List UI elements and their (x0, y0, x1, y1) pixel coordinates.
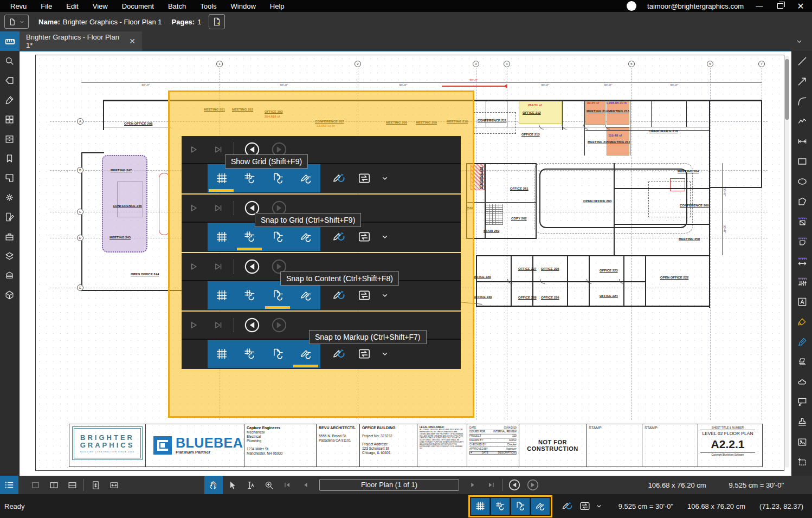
previous-view-button[interactable] (243, 316, 261, 334)
pen-icon[interactable] (792, 332, 812, 352)
stamp-icon[interactable] (792, 412, 812, 432)
snap-markup-reapply-icon[interactable] (559, 497, 576, 515)
signature-icon[interactable] (0, 90, 20, 109)
pan-button[interactable] (204, 476, 223, 494)
show-grid-button[interactable] (208, 223, 236, 251)
skip-button[interactable] (213, 320, 224, 331)
next-view-button[interactable] (524, 476, 542, 494)
measure-length-icon[interactable] (792, 251, 812, 271)
menu-item[interactable]: View (86, 2, 115, 10)
minimize-button[interactable]: — (755, 2, 764, 10)
previous-view-button[interactable] (505, 476, 524, 494)
synchronize-views-button[interactable] (352, 283, 377, 308)
next-page-button[interactable] (463, 476, 482, 494)
arrow-tool-icon[interactable] (792, 71, 812, 91)
scrollbar-thumb[interactable] (785, 59, 789, 120)
snap-to-grid-button[interactable] (491, 498, 510, 515)
snap-to-grid-button[interactable] (236, 281, 264, 309)
menu-item[interactable]: Batch (161, 2, 193, 10)
snap-markup-reapply-icon[interactable] (327, 283, 352, 308)
measurements-panel-button[interactable] (0, 31, 20, 51)
chevron-down-icon[interactable] (377, 341, 393, 366)
new-page-button[interactable] (209, 14, 225, 29)
menu-item[interactable]: Help (263, 2, 292, 10)
first-page-button[interactable] (278, 476, 297, 494)
rectangle-tool-icon[interactable] (792, 151, 812, 171)
highlighter-icon[interactable] (792, 312, 812, 332)
select-text-button[interactable] (241, 476, 260, 494)
snapshot-icon[interactable] (792, 452, 812, 472)
show-grid-button[interactable] (208, 340, 236, 368)
play-button[interactable] (188, 203, 199, 213)
snap-markup-reapply-icon[interactable] (327, 224, 352, 249)
menu-item[interactable]: Window (224, 2, 263, 10)
document-dropdown[interactable] (4, 15, 29, 29)
snap-to-content-button[interactable] (264, 340, 292, 368)
play-button[interactable] (188, 261, 199, 272)
layers-icon[interactable] (0, 246, 20, 266)
snap-to-grid-button[interactable] (236, 340, 264, 368)
snap-markup-reapply-icon[interactable] (327, 166, 352, 191)
ellipse-tool-icon[interactable] (792, 171, 812, 191)
show-grid-button[interactable] (471, 498, 489, 515)
markup-list-button[interactable] (0, 476, 18, 494)
chevron-down-icon[interactable] (377, 224, 393, 249)
chevron-down-icon[interactable] (594, 497, 604, 515)
bookmarks-icon[interactable] (0, 148, 20, 168)
previous-page-button[interactable] (297, 476, 315, 494)
synchronize-views-button[interactable] (352, 224, 377, 249)
polyline-tool-icon[interactable] (792, 111, 812, 131)
tab-list-chevron-icon[interactable] (795, 37, 812, 46)
image-icon[interactable] (792, 432, 812, 452)
select-button[interactable] (223, 476, 241, 494)
drawing-canvas[interactable]: 1234567 ABCDE 30'-0"30'-0"30'-0"30'-0"30… (20, 51, 791, 476)
split-horizontal-button[interactable] (63, 476, 81, 494)
page-field[interactable]: Floor Plan (1 of 1) (319, 479, 459, 491)
previous-view-button[interactable] (243, 257, 261, 276)
properties-icon[interactable] (0, 187, 20, 207)
next-view-button[interactable] (270, 316, 288, 334)
menu-item[interactable]: Document (115, 2, 161, 10)
menu-item[interactable]: Tools (193, 2, 223, 10)
chevron-down-icon[interactable] (377, 283, 393, 308)
skip-button[interactable] (213, 144, 224, 155)
callout-icon[interactable] (792, 392, 812, 412)
measure-area-icon[interactable] (792, 211, 812, 231)
synchronize-views-button[interactable] (352, 341, 377, 366)
skip-button[interactable] (213, 203, 224, 213)
fit-width-button[interactable] (105, 476, 123, 494)
fit-page-button[interactable] (86, 476, 105, 494)
tool-chest-icon[interactable] (0, 226, 20, 246)
thumbnails-icon[interactable] (0, 109, 20, 129)
show-grid-button[interactable] (208, 281, 236, 309)
tab-close-icon[interactable]: ✕ (124, 37, 136, 46)
split-vertical-button[interactable] (44, 476, 63, 494)
chevron-down-icon[interactable] (377, 166, 393, 191)
menu-item[interactable]: File (34, 2, 59, 10)
arc-tool-icon[interactable] (792, 91, 812, 111)
snap-to-content-button[interactable] (511, 498, 530, 515)
cloud-icon[interactable] (792, 372, 812, 392)
search-icon[interactable] (0, 51, 20, 70)
menu-item[interactable]: Revu (3, 2, 34, 10)
file-access-icon[interactable] (0, 70, 20, 90)
polygon-tool-icon[interactable] (792, 191, 812, 211)
snap-to-markup-button[interactable] (531, 498, 550, 515)
last-page-button[interactable] (482, 476, 500, 494)
restore-button[interactable] (775, 2, 785, 10)
studio-icon[interactable] (0, 266, 20, 285)
menu-item[interactable]: Edit (59, 2, 85, 10)
3d-model-icon[interactable] (0, 285, 20, 305)
markup-list-icon[interactable] (0, 207, 20, 226)
spaces-icon[interactable] (0, 168, 20, 187)
vertical-scrollbar[interactable] (785, 56, 789, 468)
play-button[interactable] (188, 320, 199, 331)
close-button[interactable]: ✕ (796, 1, 805, 11)
document-tab[interactable]: Brighter Graphics - Floor Plan 1* ✕ (20, 31, 142, 51)
sets-icon[interactable] (0, 129, 20, 148)
measure-count-icon[interactable] (792, 271, 812, 292)
text-box-icon[interactable] (792, 292, 812, 312)
single-pane-button[interactable] (26, 476, 44, 494)
play-button[interactable] (188, 144, 199, 155)
line-tool-icon[interactable] (792, 51, 812, 71)
